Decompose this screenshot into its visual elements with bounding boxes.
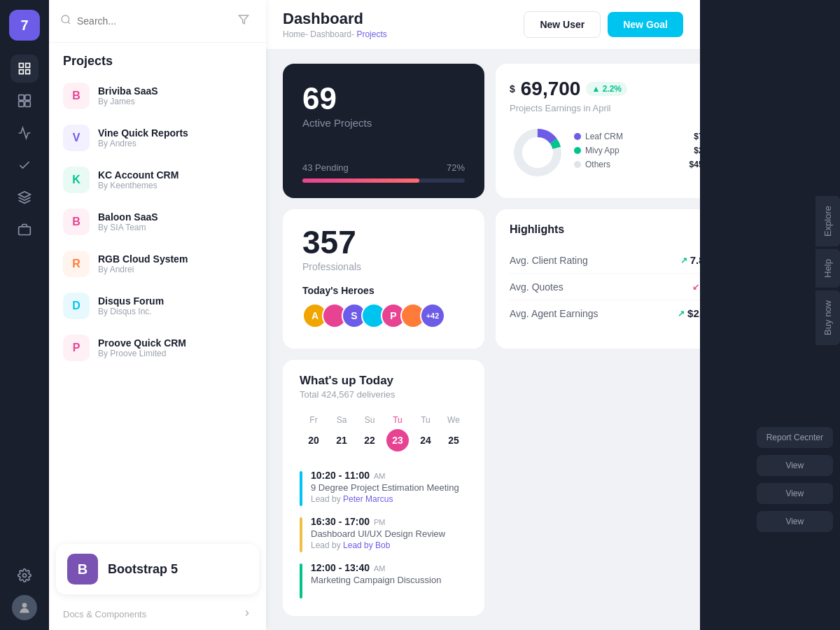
sidebar-item-grid[interactable]: [10, 87, 38, 115]
svg-rect-6: [19, 102, 24, 107]
project-info: Baloon SaaS By SIA Team: [98, 211, 252, 232]
project-by: By Proove Limited: [98, 349, 252, 358]
earnings-subtitle: Projects Earnings in April: [510, 103, 700, 113]
search-bar: [49, 0, 266, 43]
project-name: KC Account CRM: [98, 169, 252, 181]
calendar-day[interactable]: Tu 24: [412, 410, 440, 457]
sidebar-item-briefcase[interactable]: [10, 216, 38, 244]
new-user-button[interactable]: New User: [524, 11, 601, 38]
sidebar-item-layers[interactable]: [10, 183, 38, 211]
project-item[interactable]: K KC Account CRM By Keenthemes: [56, 160, 259, 200]
event-lead-link[interactable]: Lead by Bob: [343, 540, 390, 550]
day-name: Su: [358, 415, 381, 425]
calendar-day[interactable]: Tu 23: [384, 410, 412, 457]
legend-item: Mivy App $2,820: [574, 146, 700, 155]
search-icon: [60, 14, 71, 28]
active-projects-card: 69 Active Projects 43 Pending 72%: [283, 64, 484, 198]
svg-rect-4: [19, 95, 24, 101]
day-num: 23: [386, 429, 409, 451]
sidebar-item-dashboard[interactable]: [10, 55, 38, 83]
project-item[interactable]: D Disqus Forum By Disqus Inc.: [56, 286, 259, 326]
help-tab[interactable]: Help: [816, 249, 840, 288]
day-num: 21: [330, 429, 353, 451]
project-info: Proove Quick CRM By Proove Limited: [98, 337, 252, 358]
active-projects-label: Active Projects: [302, 117, 465, 129]
highlight-value: ↗ $2,309: [678, 307, 700, 319]
legend-label: Leaf CRM: [585, 132, 623, 141]
day-name: Tu: [386, 415, 409, 425]
svg-marker-14: [239, 15, 248, 24]
search-input[interactable]: [77, 15, 227, 27]
event-content: 12:00 - 13:40 AM Marketing Campaign Disc…: [311, 562, 468, 585]
professionals-card: 357 Professionals Today's Heroes ASP+42: [283, 209, 484, 349]
explore-tab[interactable]: Explore: [816, 196, 840, 246]
svg-rect-5: [25, 95, 31, 101]
project-item[interactable]: B Baloon SaaS By SIA Team: [56, 202, 259, 242]
calendar-subtitle: Total 424,567 deliveries: [300, 389, 468, 400]
project-name: Briviba SaaS: [98, 85, 252, 97]
legend-label: Mivy App: [585, 146, 620, 155]
project-item[interactable]: P Proove Quick CRM By Proove Limited: [56, 328, 259, 368]
svg-rect-3: [20, 70, 24, 74]
project-info: Briviba SaaS By James: [98, 85, 252, 106]
project-name: Disqus Forum: [98, 295, 252, 307]
event-item: 10:20 - 11:00 AM 9 Degree Project Estima…: [300, 470, 468, 506]
docs-label: Docs & Components: [63, 609, 146, 620]
project-logo: R: [63, 251, 90, 277]
legend-dot: [574, 147, 581, 154]
report-center-button[interactable]: Report Cecnter: [757, 427, 833, 448]
svg-rect-7: [25, 102, 31, 107]
donut-chart: [510, 125, 566, 181]
buy-now-tab[interactable]: Buy now: [816, 290, 840, 345]
project-name: Vine Quick Reports: [98, 127, 252, 139]
event-border: [300, 517, 302, 552]
new-goal-button[interactable]: New Goal: [608, 12, 683, 37]
event-item: 16:30 - 17:00 PM Dashboard UI/UX Design …: [300, 516, 468, 552]
bootstrap-label: Bootstrap 5: [108, 562, 178, 577]
calendar-day[interactable]: Fr 20: [300, 410, 328, 457]
docs-row: Docs & Components: [49, 601, 266, 630]
sidebar-item-check[interactable]: [10, 151, 38, 179]
projects-title: Projects: [49, 43, 266, 76]
project-item[interactable]: B Briviba SaaS By James: [56, 76, 259, 116]
filter-button[interactable]: [232, 10, 255, 32]
calendar-title: What's up Today: [300, 374, 468, 388]
event-ampm: PM: [374, 518, 386, 526]
trend-icon: ↗: [678, 309, 685, 318]
main-content: Dashboard Home- Dashboard- Projects New …: [266, 0, 700, 630]
project-by: By SIA Team: [98, 223, 252, 232]
earnings-legend: Leaf CRM $7,660 Mivy App $2,820 Others $…: [574, 132, 700, 174]
event-content: 10:20 - 11:00 AM 9 Degree Project Estima…: [311, 470, 468, 504]
view-button-3[interactable]: View: [757, 511, 833, 532]
day-name: Sa: [330, 415, 353, 425]
top-actions: New User New Goal: [524, 11, 683, 38]
user-avatar[interactable]: 7: [9, 10, 40, 41]
bottom-user-avatar[interactable]: [12, 595, 37, 620]
earnings-num: 69,700: [521, 78, 581, 100]
sidebar-item-analytics[interactable]: [10, 119, 38, 147]
side-buttons: Report Cecnter View View View: [757, 427, 833, 532]
legend-left: Mivy App: [574, 146, 620, 155]
bootstrap-logo: B: [67, 554, 98, 584]
event-lead-link[interactable]: Peter Marcus: [343, 494, 393, 504]
project-info: KC Account CRM By Keenthemes: [98, 169, 252, 190]
project-item[interactable]: R RGB Cloud System By Andrei: [56, 244, 259, 284]
calendar-day[interactable]: Sa 21: [328, 410, 356, 457]
day-num: 24: [414, 429, 437, 451]
event-border: [300, 564, 302, 598]
calendar-day[interactable]: Su 22: [356, 410, 384, 457]
day-num: 22: [358, 429, 381, 451]
heroes-title: Today's Heroes: [302, 285, 465, 296]
event-title: Dashboard UI/UX Design Review: [311, 528, 468, 539]
progress-bar-fill: [302, 178, 419, 183]
event-border: [300, 471, 302, 506]
highlight-label: Avg. Client Rating: [510, 255, 588, 266]
view-button-1[interactable]: View: [757, 455, 833, 476]
legend-item: Leaf CRM $7,660: [574, 132, 700, 141]
sidebar-item-settings[interactable]: [10, 561, 38, 589]
calendar-day[interactable]: We 25: [440, 410, 468, 457]
project-item[interactable]: V Vine Quick Reports By Andres: [56, 118, 259, 158]
project-logo: B: [63, 83, 90, 109]
view-button-2[interactable]: View: [757, 483, 833, 504]
legend-item: Others $45,257: [574, 160, 700, 169]
